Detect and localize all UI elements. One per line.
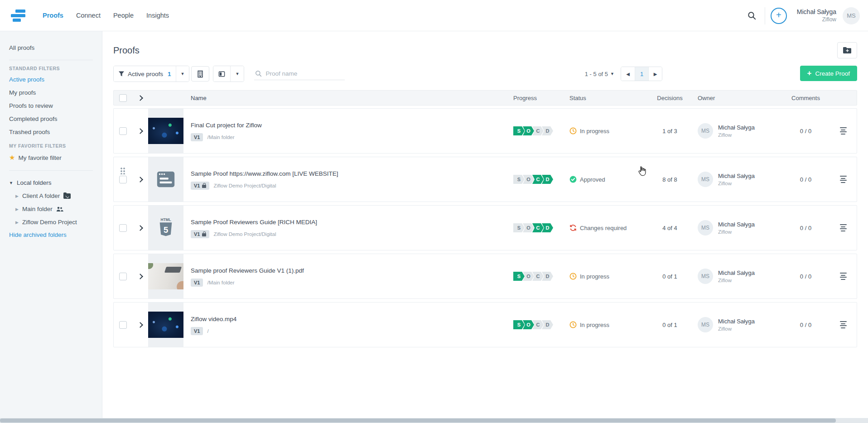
grid-view-button[interactable]	[191, 66, 209, 82]
expand-chevron-icon[interactable]	[137, 225, 143, 231]
row-menu-icon[interactable]	[839, 127, 847, 135]
table-header: Name Progress Status Decisions Owner Com…	[113, 90, 857, 106]
horizontal-scrollbar[interactable]	[0, 418, 868, 423]
proof-name-link[interactable]: Ziflow video.mp4	[191, 316, 236, 322]
nav-proofs[interactable]: Proofs	[43, 12, 63, 19]
column-header-comments[interactable]: Comments	[782, 95, 829, 101]
proof-thumbnail[interactable]: HTML 5	[148, 263, 183, 289]
quick-add-button[interactable]	[771, 8, 787, 24]
page-title: Proofs	[113, 45, 140, 56]
folder-client-a[interactable]: ▶ Client A folder	[9, 189, 102, 202]
local-folders-toggle[interactable]: ▼ Local folders	[9, 176, 102, 189]
row-checkbox[interactable]	[119, 321, 127, 329]
user-avatar[interactable]: MS	[843, 7, 860, 24]
create-proof-button[interactable]: + Create Proof	[800, 66, 857, 81]
global-search-icon[interactable]	[743, 7, 761, 25]
nav-insights[interactable]: Insights	[146, 12, 169, 19]
nav-connect[interactable]: Connect	[76, 12, 101, 19]
columns-dropdown-button[interactable]: ▼	[230, 66, 244, 82]
column-header-progress[interactable]: Progress	[508, 95, 562, 101]
sidebar-item-proofs-to-review[interactable]: Proofs to review	[9, 99, 102, 112]
prev-page-button[interactable]: ◀	[621, 67, 635, 81]
table-row[interactable]: HTML 5 Sample Proof Reviewers Guide [RIC…	[113, 205, 857, 250]
expand-chevron-icon[interactable]	[137, 128, 143, 134]
filter-button[interactable]: Active proofs 1	[114, 66, 176, 82]
proof-thumbnail[interactable]: HTML 5	[148, 215, 183, 241]
row-menu-icon[interactable]	[839, 321, 847, 328]
sidebar-item-my-proofs[interactable]: My proofs	[9, 86, 102, 99]
topbar-divider	[765, 7, 765, 24]
table-row[interactable]: HTML 5 Sample Proof https://www.ziflow.c…	[113, 157, 857, 202]
row-checkbox[interactable]	[119, 224, 127, 232]
table-row[interactable]: HTML 5 Ziflow video.mp4 V1 / SOCD	[113, 302, 857, 347]
row-checkbox[interactable]	[119, 127, 127, 135]
drag-handle[interactable]	[120, 167, 125, 174]
proof-thumbnail[interactable]: HTML 5	[148, 166, 183, 192]
columns-button-group: ▼	[213, 66, 244, 82]
user-menu[interactable]: Michał Sałyga Ziflow	[797, 8, 836, 23]
table-row[interactable]: HTML 5 Sample proof Reviewers Guide V1 (…	[113, 254, 857, 299]
filter-dropdown-button[interactable]: ▼	[176, 66, 189, 82]
columns-button[interactable]	[213, 66, 230, 82]
version-badge[interactable]: V1	[191, 133, 203, 141]
select-all-checkbox[interactable]	[119, 94, 127, 102]
proof-name-link[interactable]: Final Cut project for Ziflow	[191, 122, 262, 129]
column-header-decisions[interactable]: Decisions	[648, 95, 691, 101]
sidebar-item-my-favorite-filter[interactable]: ★ My favorite filter	[9, 150, 102, 165]
progress-chips: SOCD	[508, 175, 562, 184]
row-menu-icon[interactable]	[839, 273, 847, 280]
progress-chips: SOCD	[508, 126, 562, 135]
status-cell: Changes required	[562, 224, 648, 231]
version-badge[interactable]: V1	[191, 327, 203, 335]
pagination-range-selector[interactable]: 1 - 5 of 5 ▼	[585, 71, 614, 77]
pagination: 1 - 5 of 5 ▼ ◀ 1 ▶	[585, 67, 662, 81]
progress-chip-s: S	[513, 126, 525, 135]
next-page-button[interactable]: ▶	[648, 67, 662, 81]
current-page-button[interactable]: 1	[635, 67, 648, 81]
row-menu-icon[interactable]	[839, 176, 847, 183]
new-folder-button[interactable]	[837, 42, 857, 58]
expand-all-chevron-icon[interactable]	[137, 95, 143, 101]
sidebar-divider	[9, 60, 93, 60]
owner-cell: MS Michał Sałyga Ziflow	[691, 123, 782, 139]
nav-people[interactable]: People	[113, 12, 134, 19]
folder-ziflow-demo-project[interactable]: ▶ Ziflow Demo Project	[9, 216, 102, 229]
table-row[interactable]: HTML 5 Final Cut project for Ziflow V1 /…	[113, 108, 857, 154]
version-badge[interactable]: V1	[191, 279, 203, 287]
comments-value: 0 / 0	[782, 225, 829, 231]
column-header-status[interactable]: Status	[562, 95, 648, 101]
folder-main[interactable]: ▶ Main folder	[9, 202, 102, 216]
proof-name-link[interactable]: Sample Proof https://www.ziflow.com [LIV…	[191, 170, 338, 177]
sidebar-item-trashed-proofs[interactable]: Trashed proofs	[9, 125, 102, 139]
version-badge[interactable]: V1	[191, 182, 209, 190]
hide-archived-folders-link[interactable]: Hide archived folders	[9, 229, 102, 241]
proof-name-link[interactable]: Sample Proof Reviewers Guide [RICH MEDIA…	[191, 219, 317, 226]
video-thumbnail	[148, 312, 183, 338]
comments-value: 0 / 0	[782, 176, 829, 183]
folder-label: Client A folder	[22, 192, 60, 199]
search-icon	[255, 70, 262, 77]
scrollbar-thumb[interactable]	[0, 418, 836, 423]
expand-chevron-icon[interactable]	[137, 322, 143, 328]
version-badge[interactable]: V1	[191, 230, 209, 238]
main-content: Proofs Active proofs 1 ▼	[102, 31, 868, 418]
proof-thumbnail[interactable]: HTML 5	[148, 118, 183, 144]
proof-name-link[interactable]: Sample proof Reviewers Guide V1 (1).pdf	[191, 267, 304, 274]
expand-chevron-icon[interactable]	[137, 177, 143, 183]
sidebar-item-completed-proofs[interactable]: Completed proofs	[9, 112, 102, 125]
toolbar: Active proofs 1 ▼ ▼	[113, 66, 857, 82]
expand-chevron-icon[interactable]	[137, 274, 143, 279]
sidebar-item-active-proofs[interactable]: Active proofs	[9, 73, 102, 86]
lock-icon	[202, 233, 206, 236]
progress-chip-s: S	[513, 272, 525, 281]
proof-thumbnail[interactable]: HTML 5	[148, 312, 183, 338]
row-menu-icon[interactable]	[839, 224, 847, 231]
ziflow-logo[interactable]	[11, 10, 26, 22]
column-header-owner[interactable]: Owner	[691, 95, 782, 101]
sidebar-item-all-proofs[interactable]: All proofs	[9, 41, 102, 54]
status-cell: Approved	[562, 176, 648, 183]
row-checkbox[interactable]	[119, 176, 127, 183]
column-header-name[interactable]: Name	[183, 95, 508, 101]
row-checkbox[interactable]	[119, 273, 127, 280]
proof-search-input[interactable]	[265, 70, 338, 77]
